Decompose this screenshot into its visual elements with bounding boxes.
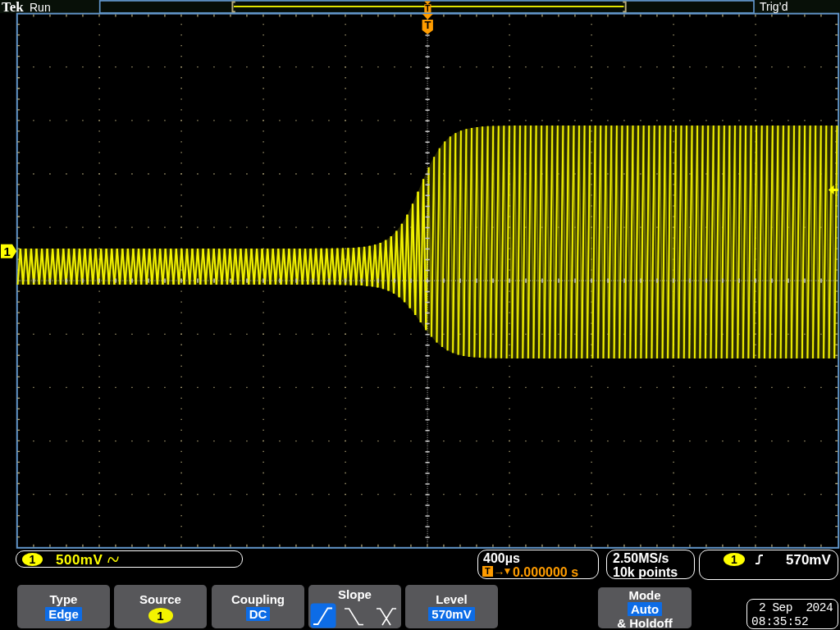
svg-text:1: 1 xyxy=(3,244,10,258)
svg-text:T: T xyxy=(425,4,430,13)
svg-text:T: T xyxy=(424,19,431,31)
